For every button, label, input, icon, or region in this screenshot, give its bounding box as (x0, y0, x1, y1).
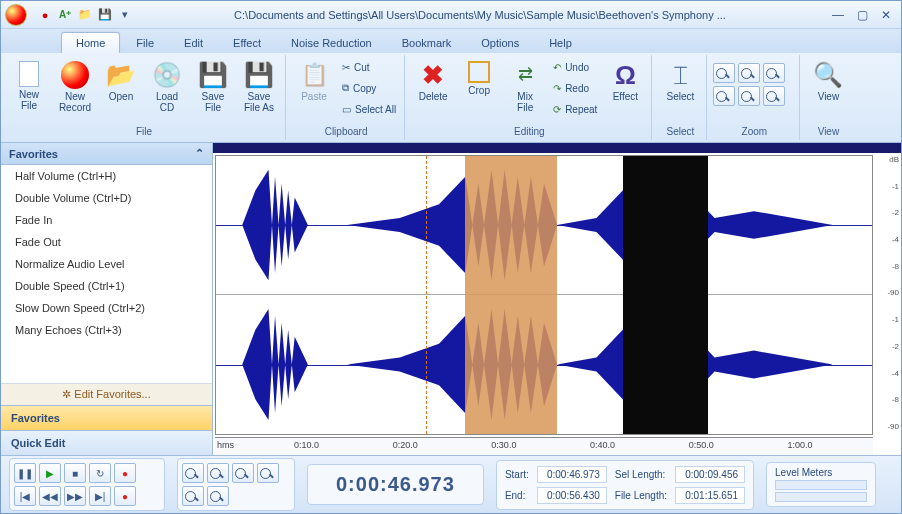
qat-new-record-icon[interactable]: ● (37, 7, 53, 23)
gear-icon: ✲ (62, 388, 71, 400)
view-button[interactable]: 🔍View (806, 57, 850, 123)
favorite-item[interactable]: Normalize Audio Level (1, 253, 212, 275)
select-button[interactable]: ⌶Select (658, 57, 702, 123)
zoom-v-out-button[interactable] (182, 486, 204, 506)
view-label: View (818, 91, 840, 102)
app-orb-icon[interactable] (5, 4, 27, 26)
tab-edit[interactable]: Edit (170, 33, 217, 53)
collapse-icon[interactable]: ⌃ (195, 147, 204, 160)
tab-options[interactable]: Options (467, 33, 533, 53)
tab-file[interactable]: File (122, 33, 168, 53)
overview-strip[interactable] (213, 143, 901, 153)
zoom-fit-button[interactable] (207, 486, 229, 506)
side-tab-favorites[interactable]: Favorites (1, 405, 212, 430)
zoom-out-v-icon[interactable] (738, 86, 760, 106)
zoom-out-h-icon[interactable] (738, 63, 760, 83)
start-value: 0:00:46.973 (537, 466, 607, 483)
favorite-item[interactable]: Fade In (1, 209, 212, 231)
favorite-item[interactable]: Fade Out (1, 231, 212, 253)
zoom-full-icon[interactable] (763, 86, 785, 106)
redo-button[interactable]: ↷Redo (549, 78, 601, 98)
favorite-item[interactable]: Slow Down Speed (Ctrl+2) (1, 297, 212, 319)
stop-button[interactable]: ■ (64, 463, 86, 483)
maximize-button[interactable]: ▢ (851, 6, 873, 24)
db-tick: -1 (875, 315, 899, 324)
rewind-button[interactable]: ◀◀ (39, 486, 61, 506)
timeline[interactable]: hms 0:10.0 0:20.0 0:30.0 0:40.0 0:50.0 1… (215, 437, 873, 455)
repeat-button[interactable]: ⟳Repeat (549, 99, 601, 119)
marked-region[interactable] (623, 156, 708, 434)
playback-cursor[interactable] (426, 156, 427, 434)
favorite-item[interactable]: Double Volume (Ctrl+D) (1, 187, 212, 209)
delete-button[interactable]: ✖Delete (411, 57, 455, 123)
go-end-button[interactable]: ▶| (89, 486, 111, 506)
save-file-button[interactable]: 💾Save File (191, 57, 235, 123)
tab-bookmark[interactable]: Bookmark (388, 33, 466, 53)
close-button[interactable]: ✕ (875, 6, 897, 24)
select-all-button[interactable]: ▭Select All (338, 99, 400, 119)
timeline-tick: 0:40.0 (590, 440, 615, 450)
new-file-button[interactable]: New File (7, 57, 51, 123)
side-header-label: Favorites (9, 148, 58, 160)
favorite-item[interactable]: Half Volume (Ctrl+H) (1, 165, 212, 187)
zoom-sel-icon[interactable] (763, 63, 785, 83)
loop-button[interactable]: ↻ (89, 463, 111, 483)
record-button-2[interactable]: ● (114, 486, 136, 506)
save-file-as-button[interactable]: 💾Save File As (237, 57, 281, 123)
timeline-tick: 0:30.0 (491, 440, 516, 450)
selection-region[interactable] (465, 156, 557, 434)
zoom-sel-button[interactable] (232, 463, 254, 483)
edit-favorites-button[interactable]: ✲ Edit Favorites... (1, 383, 212, 405)
undo-button[interactable]: ↶Undo (549, 57, 601, 77)
copy-button[interactable]: ⧉Copy (338, 78, 400, 98)
favorite-item[interactable]: Double Speed (Ctrl+1) (1, 275, 212, 297)
new-record-button[interactable]: New Record (53, 57, 97, 123)
selection-readout: Start: 0:00:46.973 Sel Length: 0:00:09.4… (496, 460, 754, 510)
zoom-in-button[interactable] (182, 463, 204, 483)
qat-dropdown-icon[interactable]: ▾ (117, 7, 133, 23)
cut-button[interactable]: ✂Cut (338, 57, 400, 77)
favorite-item[interactable]: Many Echoes (Ctrl+3) (1, 319, 212, 341)
load-cd-button[interactable]: 💿Load CD (145, 57, 189, 123)
undo-icon: ↶ (553, 62, 561, 73)
tab-effect[interactable]: Effect (219, 33, 275, 53)
start-label: Start: (505, 469, 529, 480)
floppy-icon: 💾 (199, 61, 227, 89)
qat-save-icon[interactable]: 💾 (97, 7, 113, 23)
record-button[interactable]: ● (114, 463, 136, 483)
effect-label: Effect (613, 91, 638, 102)
folder-icon: 📂 (107, 61, 135, 89)
qat-open-icon[interactable]: 📁 (77, 7, 93, 23)
quick-access-toolbar: ● A⁺ 📁 💾 ▾ (37, 7, 133, 23)
zoom-in-v-icon[interactable] (713, 86, 735, 106)
minimize-button[interactable]: — (827, 6, 849, 24)
ribbon-group-zoom: Zoom (709, 55, 800, 140)
level-meters-label: Level Meters (775, 467, 832, 478)
go-start-button[interactable]: |◀ (14, 486, 36, 506)
open-button[interactable]: 📂Open (99, 57, 143, 123)
paste-button[interactable]: 📋Paste (292, 57, 336, 123)
timecode-display: 0:00:46.973 (307, 464, 484, 505)
cut-label: Cut (354, 62, 370, 73)
forward-button[interactable]: ▶▶ (64, 486, 86, 506)
zoom-out-button[interactable] (207, 463, 229, 483)
crop-button[interactable]: Crop (457, 57, 501, 123)
ribbon-group-zoom-caption: Zoom (713, 125, 795, 138)
zoom-in-h-icon[interactable] (713, 63, 735, 83)
pause-button[interactable]: ❚❚ (14, 463, 36, 483)
db-tick: dB (875, 155, 899, 164)
waveform-canvas[interactable] (215, 155, 873, 435)
mix-file-button[interactable]: ⇄Mix File (503, 57, 547, 123)
play-button[interactable]: ▶ (39, 463, 61, 483)
qat-add-icon[interactable]: A⁺ (57, 7, 73, 23)
tab-help[interactable]: Help (535, 33, 586, 53)
omega-icon: Ω (611, 61, 639, 89)
side-tab-quick-edit[interactable]: Quick Edit (1, 430, 212, 455)
zoom-v-in-button[interactable] (257, 463, 279, 483)
page-icon (19, 61, 39, 87)
favorites-list: Half Volume (Ctrl+H) Double Volume (Ctrl… (1, 165, 212, 383)
tab-home[interactable]: Home (61, 32, 120, 53)
tab-noise-reduction[interactable]: Noise Reduction (277, 33, 386, 53)
effect-button[interactable]: ΩEffect (603, 57, 647, 123)
ribbon-group-file-caption: File (7, 125, 281, 138)
